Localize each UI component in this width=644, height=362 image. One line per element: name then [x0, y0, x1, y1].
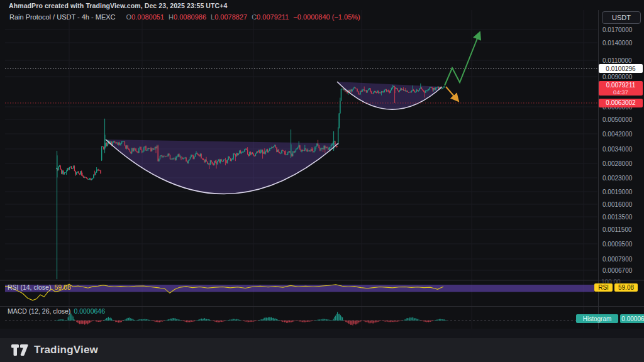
currency-toggle-button[interactable]: USDT — [602, 11, 641, 24]
rsi-axis-badge: RSI — [594, 283, 613, 292]
macd-histogram-badge: Histogram — [576, 314, 618, 323]
macd-histogram-value-badge: 0.0000646 — [620, 314, 644, 323]
price-tick-label[interactable]: 0.0090000 — [602, 74, 633, 80]
price-tick-label[interactable]: 0.0050000 — [602, 116, 633, 123]
price-tick-label[interactable]: 0.0028000 — [602, 160, 633, 167]
tradingview-brand-text[interactable]: TradingView — [34, 344, 98, 356]
price-tick-label[interactable]: 0.0009500 — [602, 241, 633, 248]
tradingview-chart-window: AhmadPro created with TradingView.com, D… — [0, 0, 644, 362]
price-tick-label[interactable]: 0.0016000 — [602, 201, 633, 208]
price-tick-label[interactable]: 0.0007900 — [602, 256, 633, 263]
macd-histogram — [55, 312, 447, 326]
tradingview-logo-icon[interactable] — [11, 344, 28, 356]
price-level-label-upper: 0.0100296 — [599, 64, 643, 73]
price-tick-label[interactable]: 0.0042000 — [602, 131, 633, 138]
price-tick-label[interactable]: 0.0170000 — [602, 26, 633, 33]
bullish-projection-arrow[interactable] — [445, 32, 480, 85]
rsi-band — [5, 285, 594, 292]
price-tick-label[interactable]: 0.0034000 — [602, 146, 633, 153]
price-tick-label[interactable]: 0.0110000 — [602, 57, 632, 64]
price-level-label-lower: 0.0063002 — [599, 99, 643, 107]
rsi-pane-title[interactable]: RSI (14, close)59.08 — [8, 283, 71, 291]
last-price-label: 0.0079211 04:37 — [599, 81, 643, 96]
bar-countdown: 04:37 — [613, 89, 628, 96]
macd-pane-title[interactable]: MACD (12, 26, close)0.0000646 — [8, 307, 105, 315]
price-tick-label[interactable]: 0.0011500 — [602, 226, 632, 233]
price-tick-label[interactable]: 0.0006700 — [602, 267, 633, 274]
rsi-title-text: RSI (14, close) — [8, 283, 51, 291]
price-tick-label[interactable]: 0.0140000 — [602, 40, 633, 47]
price-tick-label[interactable]: 0.0019000 — [602, 189, 633, 195]
rsi-value: 59.08 — [54, 283, 70, 291]
bearish-projection-arrow[interactable] — [446, 87, 458, 101]
rsi-axis-value-badge: 59.08 — [614, 283, 638, 292]
price-tick-label[interactable]: 0.0023000 — [602, 175, 633, 182]
last-price-value: 0.0079211 — [606, 82, 636, 89]
time-axis-strip[interactable] — [0, 329, 644, 338]
macd-title-text: MACD (12, 26, close) — [8, 307, 70, 315]
bottom-toolbar: TradingView — [0, 338, 644, 362]
macd-value: 0.0000646 — [74, 307, 105, 315]
rsi-scale-top-label: 100.00 — [601, 278, 621, 283]
price-tick-label[interactable]: 0.0013500 — [602, 214, 633, 221]
